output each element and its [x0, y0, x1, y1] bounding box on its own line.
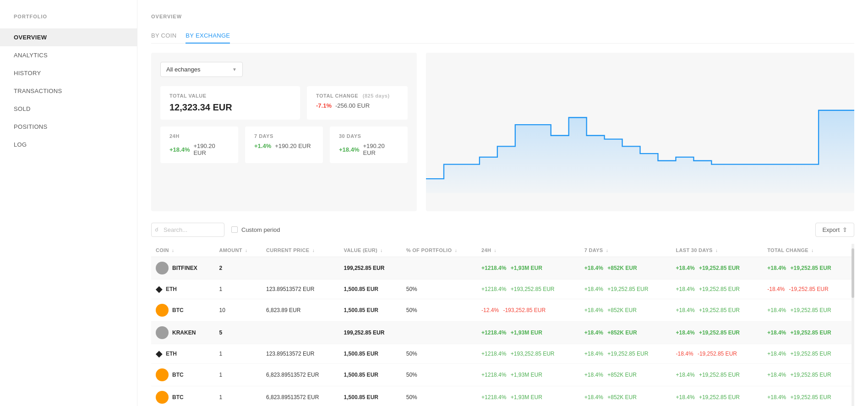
- tab-by-exchange[interactable]: BY EXCHANGE: [186, 28, 230, 44]
- pct-portfolio-cell: [402, 321, 477, 344]
- search-icon: ☌: [155, 226, 158, 233]
- coin-name: BTC: [172, 372, 184, 378]
- days30-label: 30 DAYS: [339, 133, 399, 139]
- custom-period-checkbox[interactable]: [231, 226, 238, 233]
- coin-cell: BTC: [151, 386, 215, 406]
- pct-portfolio-cell: 50%: [402, 299, 477, 321]
- last30-cell: +18.4% +19,252.85 EUR: [671, 386, 763, 406]
- days30-eur: +190.20 EUR: [363, 143, 399, 156]
- h24-cell: +1218.4% +1,93M EUR: [477, 321, 580, 344]
- days7-values: +1.4% +190.20 EUR: [254, 143, 314, 149]
- total-change-cell: +18.4% +19,252.85 EUR: [763, 386, 854, 406]
- page-title: OVERVIEW: [151, 14, 854, 19]
- table-row: BITFINEX 2 199,252.85 EUR +1218.4% +1,93…: [151, 257, 854, 279]
- last30-cell: +18.4% +19,252.85 EUR: [671, 299, 763, 321]
- portfolio-table: COIN ↓ AMOUNT ↓ CURRENT PRICE ↓ VALUE (E…: [151, 244, 854, 406]
- stat-card-30days: 30 DAYS +18.4% +190.20 EUR: [330, 126, 408, 163]
- col-value-eur[interactable]: VALUE (EUR) ↓: [339, 244, 402, 257]
- sidebar-item-overview[interactable]: OVERVIEW: [0, 28, 137, 46]
- chevron-down-icon: ▼: [232, 67, 237, 72]
- last30-cell: +18.4% +19,252.85 EUR: [671, 321, 763, 344]
- stat-card-total-value: TOTAL VALUE 12,323.34 EUR: [160, 86, 300, 120]
- col-current-price[interactable]: CURRENT PRICE ↓: [262, 244, 339, 257]
- period-stats-cards: 24H +18.4% +190.20 EUR 7 DAYS +1.4% +190…: [160, 126, 408, 163]
- diamond-icon: ◆: [156, 284, 162, 294]
- main-content: OVERVIEW BY COIN BY EXCHANGE All echange…: [137, 0, 868, 406]
- sidebar-item-log[interactable]: LOG: [0, 136, 137, 154]
- col-pct-portfolio[interactable]: % OF PORTFOLIO ↓: [402, 244, 477, 257]
- days7-cell: +18.4% +852K EUR: [580, 321, 671, 344]
- portfolio-chart: [426, 53, 854, 211]
- sidebar-item-analytics[interactable]: ANALYTICS: [0, 46, 137, 64]
- col-total-change[interactable]: TOTAL CHANGE ↓: [763, 244, 854, 257]
- export-button[interactable]: Export ⇧: [815, 223, 854, 237]
- col-amount[interactable]: AMOUNT ↓: [215, 244, 262, 257]
- stat-card-24h: 24H +18.4% +190.20 EUR: [160, 126, 238, 163]
- exchange-filter-row: All echanges ▼: [160, 62, 408, 77]
- coin-cell: ◆ ETH: [151, 279, 215, 299]
- days7-cell: +18.4% +852K EUR: [580, 363, 671, 386]
- coin-avatar: [156, 391, 169, 404]
- export-icon: ⇧: [842, 226, 847, 233]
- current-price-cell: [262, 321, 339, 344]
- days7-pct: +1.4%: [254, 143, 271, 149]
- exchange-dropdown[interactable]: All echanges ▼: [160, 62, 243, 77]
- h24-cell: +1218.4% +1,93M EUR: [477, 386, 580, 406]
- overview-section: All echanges ▼ TOTAL VALUE 12,323.34 EUR…: [151, 53, 854, 211]
- table-row: ◆ ETH 1 123.89513572 EUR 1,500.85 EUR 50…: [151, 344, 854, 363]
- value-eur-cell: 1,500.85 EUR: [339, 363, 402, 386]
- coin-cell: BITFINEX: [151, 257, 215, 279]
- total-change-label: TOTAL CHANGE (825 days): [316, 93, 399, 99]
- stats-panel: All echanges ▼ TOTAL VALUE 12,323.34 EUR…: [151, 53, 417, 211]
- col-coin[interactable]: COIN ↓: [151, 244, 215, 257]
- pct-portfolio-cell: 50%: [402, 386, 477, 406]
- value-eur-cell: 199,252.85 EUR: [339, 321, 402, 344]
- pct-portfolio-cell: 50%: [402, 344, 477, 363]
- amount-cell: 1: [215, 279, 262, 299]
- stat-card-7days: 7 DAYS +1.4% +190.20 EUR: [245, 126, 323, 163]
- current-price-cell: 123.89513572 EUR: [262, 344, 339, 363]
- coin-name: BTC: [172, 394, 184, 401]
- table-controls: ☌ Custom period Export ⇧: [151, 223, 854, 237]
- total-change-eur: -256.00 EUR: [335, 102, 370, 109]
- sidebar-item-sold[interactable]: SOLD: [0, 100, 137, 118]
- amount-cell: 10: [215, 299, 262, 321]
- diamond-icon: ◆: [156, 349, 162, 359]
- scrollbar-thumb[interactable]: [852, 248, 854, 298]
- value-eur-cell: 1,500.85 EUR: [339, 299, 402, 321]
- sidebar-item-positions[interactable]: POSITIONS: [0, 118, 137, 136]
- amount-cell: 2: [215, 257, 262, 279]
- total-value-label: TOTAL VALUE: [169, 93, 291, 99]
- col-24h[interactable]: 24H ↓: [477, 244, 580, 257]
- h24-cell: -12.4% -193,252.85 EUR: [477, 299, 580, 321]
- current-price-cell: 6,823.89 EUR: [262, 299, 339, 321]
- table-row: ◆ ETH 1 123.89513572 EUR 1,500.85 EUR 50…: [151, 279, 854, 299]
- value-eur-cell: 1,500.85 EUR: [339, 279, 402, 299]
- tab-by-coin[interactable]: BY COIN: [151, 28, 176, 44]
- search-input[interactable]: [151, 223, 224, 237]
- value-eur-cell: 1,500.85 EUR: [339, 344, 402, 363]
- amount-cell: 1: [215, 386, 262, 406]
- coin-avatar: [156, 368, 169, 381]
- current-price-cell: 123.89513572 EUR: [262, 279, 339, 299]
- total-change-cell: -18.4% -19,252.85 EUR: [763, 279, 854, 299]
- scrollbar[interactable]: [852, 244, 854, 406]
- coin-name: BTC: [172, 307, 184, 313]
- table-row: KRAKEN 5 199,252.85 EUR +1218.4% +1,93M …: [151, 321, 854, 344]
- col-last30[interactable]: LAST 30 DAYS ↓: [671, 244, 763, 257]
- amount-cell: 1: [215, 344, 262, 363]
- coin-cell: BTC: [151, 299, 215, 321]
- sidebar-item-history[interactable]: HISTORY: [0, 64, 137, 82]
- sidebar-item-transactions[interactable]: TRANSACTIONS: [0, 82, 137, 100]
- total-change-pct: -7.1%: [316, 102, 332, 109]
- current-price-cell: [262, 257, 339, 279]
- col-7days[interactable]: 7 DAYS ↓: [580, 244, 671, 257]
- coin-avatar: [156, 262, 169, 274]
- sidebar-title: PORTFOLIO: [0, 14, 137, 28]
- days7-cell: +18.4% +852K EUR: [580, 257, 671, 279]
- last30-cell: +18.4% +19,252.85 EUR: [671, 257, 763, 279]
- coin-name: ETH: [166, 286, 177, 292]
- h24-cell: +1218.4% +193,252.85 EUR: [477, 344, 580, 363]
- h24-cell: +1218.4% +193,252.85 EUR: [477, 279, 580, 299]
- coin-cell: BTC: [151, 363, 215, 386]
